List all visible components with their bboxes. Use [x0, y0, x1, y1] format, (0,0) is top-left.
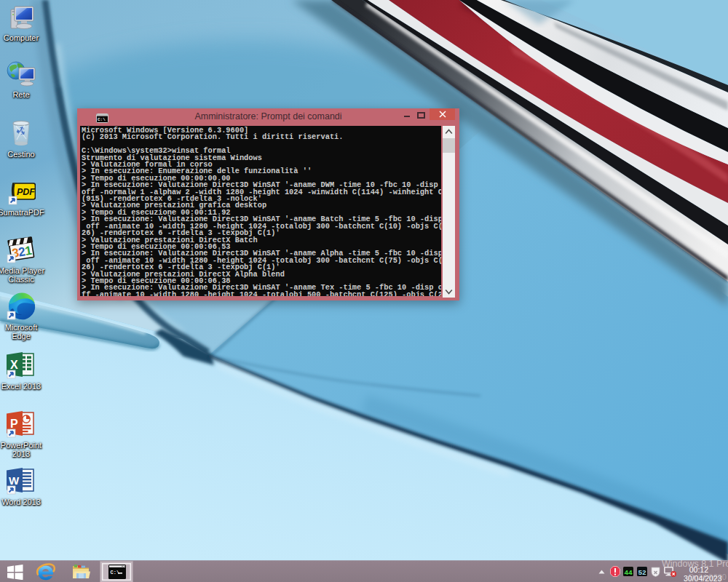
svg-text:44: 44: [624, 569, 633, 577]
svg-text:P: P: [10, 418, 18, 430]
svg-text:PDF: PDF: [17, 187, 35, 197]
svg-text:X: X: [10, 359, 18, 371]
svg-text:W: W: [9, 474, 20, 487]
svg-text:C:\: C:\: [111, 570, 120, 575]
